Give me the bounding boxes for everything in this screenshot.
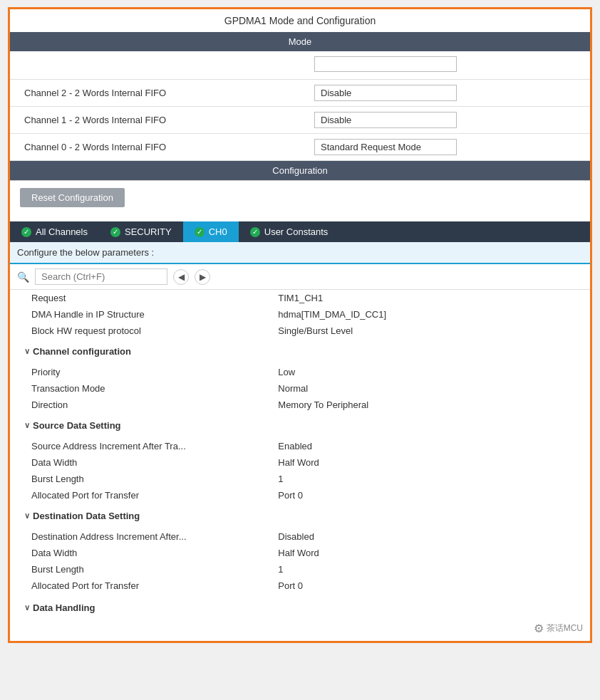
param-label-direction: Direction: [10, 397, 271, 413]
param-label-dest-alloc-port: Allocated Port for Transfer: [10, 578, 271, 594]
param-row-src-addr-incr: Source Address Increment After Tra... En…: [10, 438, 590, 454]
param-value-dma-handle: hdma[TIM_DMA_ID_CC1]: [271, 306, 590, 323]
search-icon: 🔍: [17, 271, 29, 283]
param-value-src-data-width: Half Word: [271, 454, 590, 471]
page-title: GPDMA1 Mode and Configuration: [10, 9, 590, 32]
group-header-source-data[interactable]: ∨ Source Data Setting: [10, 413, 590, 438]
tab-ch0[interactable]: ✓ CH0: [183, 221, 239, 242]
tab-check-security: ✓: [110, 227, 120, 237]
param-label-dma-handle: DMA Handle in IP Structure: [10, 306, 271, 323]
param-label-block-hw: Block HW request protocol: [10, 323, 271, 339]
param-label-src-burst-length: Burst Length: [10, 471, 271, 487]
tab-label-user-constants: User Constants: [264, 226, 329, 237]
param-row-dest-addr-incr: Destination Address Increment After... D…: [10, 528, 590, 545]
mode-label-ch0: Channel 0 - 2 Words Internal FIFO: [10, 134, 300, 161]
param-row-dest-alloc-port: Allocated Port for Transfer Port 0: [10, 578, 590, 594]
tab-label-security: SECURITY: [125, 226, 172, 237]
group-label-dest-data: Destination Data Setting: [33, 511, 140, 521]
group-row-source-data: ∨ Source Data Setting: [10, 413, 590, 438]
mode-value-ch0[interactable]: Standard Request Mode: [300, 134, 590, 161]
chevron-data-handling: ∨: [24, 603, 30, 612]
param-value-direction: Memory To Peripheral: [271, 397, 590, 413]
mode-label-ch2: Channel 2 - 2 Words Internal FIFO: [10, 80, 300, 107]
group-label-channel-config: Channel configuration: [33, 346, 131, 357]
mode-dropdown-ch1[interactable]: Disable: [314, 112, 457, 128]
mode-row-ch0: Channel 0 - 2 Words Internal FIFO Standa…: [10, 134, 590, 161]
param-row-transaction-mode: Transaction Mode Normal: [10, 380, 590, 397]
tab-all-channels[interactable]: ✓ All Channels: [10, 221, 99, 242]
next-arrow[interactable]: ▶: [195, 269, 210, 285]
param-label-src-data-width: Data Width: [10, 454, 271, 471]
mode-table: Channel 2 - 2 Words Internal FIFO Disabl…: [10, 51, 590, 161]
param-value-src-burst-length: 1: [271, 471, 590, 487]
tab-check-all-channels: ✓: [21, 227, 31, 237]
mode-label-ch1: Channel 1 - 2 Words Internal FIFO: [10, 107, 300, 134]
search-input[interactable]: [35, 268, 167, 285]
group-header-data-handling-wrapper: ∨ Data Handling: [10, 594, 590, 619]
mode-value-ch1[interactable]: Disable: [300, 107, 590, 134]
param-label-dest-data-width: Data Width: [10, 545, 271, 561]
param-row-request: Request TIM1_CH1: [10, 290, 590, 306]
search-bar: 🔍 ◀ ▶: [10, 264, 590, 290]
param-value-block-hw: Single/Burst Level: [271, 323, 590, 339]
group-header-channel-config[interactable]: ∨ Channel configuration: [10, 339, 590, 364]
mode-label-empty: [10, 51, 300, 80]
param-label-priority: Priority: [10, 364, 271, 380]
param-value-transaction-mode: Normal: [271, 380, 590, 397]
chevron-source-data: ∨: [24, 421, 30, 430]
param-value-dest-alloc-port: Port 0: [271, 578, 590, 594]
mode-section-header: Mode: [10, 32, 590, 51]
param-row-dest-data-width: Data Width Half Word: [10, 545, 590, 561]
param-row-block-hw: Block HW request protocol Single/Burst L…: [10, 323, 590, 339]
watermark-text: 茶话MCU: [547, 622, 583, 634]
param-label-transaction-mode: Transaction Mode: [10, 380, 271, 397]
param-row-src-burst-length: Burst Length 1: [10, 471, 590, 487]
main-container: GPDMA1 Mode and Configuration Mode Chann…: [8, 7, 592, 643]
group-row-channel-config: ∨ Channel configuration: [10, 339, 590, 364]
watermark-icon: ⚙: [534, 622, 544, 635]
group-label-data-handling: Data Handling: [33, 602, 95, 613]
param-value-request: TIM1_CH1: [271, 290, 590, 306]
param-row-src-alloc-port: Allocated Port for Transfer Port 0: [10, 487, 590, 503]
tab-check-user-constants: ✓: [250, 227, 260, 237]
param-label-src-addr-incr: Source Address Increment After Tra...: [10, 438, 271, 454]
param-value-src-addr-incr: Enabled: [271, 438, 590, 454]
param-row-priority: Priority Low: [10, 364, 590, 380]
param-value-dest-data-width: Half Word: [271, 545, 590, 561]
mode-value-empty: [300, 51, 590, 80]
param-label-dest-burst-length: Burst Length: [10, 561, 271, 578]
param-label-src-alloc-port: Allocated Port for Transfer: [10, 487, 271, 503]
param-label-dest-addr-incr: Destination Address Increment After...: [10, 528, 271, 545]
param-value-dest-burst-length: 1: [271, 561, 590, 578]
group-label-source-data: Source Data Setting: [33, 420, 121, 431]
group-header-data-handling[interactable]: ∨ Data Handling: [17, 598, 583, 617]
tabs-bar: ✓ All Channels ✓ SECURITY ✓ CH0 ✓ User C…: [10, 221, 590, 242]
param-value-src-alloc-port: Port 0: [271, 487, 590, 503]
tab-label-ch0: CH0: [209, 226, 227, 237]
param-value-priority: Low: [271, 364, 590, 380]
reset-config-button[interactable]: Reset Configuration: [20, 188, 125, 207]
param-row-dest-burst-length: Burst Length 1: [10, 561, 590, 578]
mode-row-ch1: Channel 1 - 2 Words Internal FIFO Disabl…: [10, 107, 590, 134]
configure-label: Configure the below parameters :: [10, 242, 590, 264]
chevron-channel-config: ∨: [24, 347, 30, 356]
config-section-header: Configuration: [10, 161, 590, 180]
param-row-src-data-width: Data Width Half Word: [10, 454, 590, 471]
mode-value-ch2[interactable]: Disable: [300, 80, 590, 107]
param-row-direction: Direction Memory To Peripheral: [10, 397, 590, 413]
mode-row-empty: [10, 51, 590, 80]
params-table: Request TIM1_CH1 DMA Handle in IP Struct…: [10, 290, 590, 594]
watermark: ⚙ 茶话MCU: [10, 619, 590, 641]
mode-dropdown-ch2[interactable]: Disable: [314, 85, 457, 101]
mode-dropdown-ch0[interactable]: Standard Request Mode: [314, 139, 457, 155]
mode-row-ch2: Channel 2 - 2 Words Internal FIFO Disabl…: [10, 80, 590, 107]
group-header-dest-data[interactable]: ∨ Destination Data Setting: [10, 503, 590, 528]
param-row-dma-handle: DMA Handle in IP Structure hdma[TIM_DMA_…: [10, 306, 590, 323]
tab-security[interactable]: ✓ SECURITY: [99, 221, 183, 242]
group-row-dest-data: ∨ Destination Data Setting: [10, 503, 590, 528]
tab-user-constants[interactable]: ✓ User Constants: [239, 221, 340, 242]
chevron-dest-data: ∨: [24, 511, 30, 521]
config-section: Reset Configuration: [10, 180, 590, 214]
prev-arrow[interactable]: ◀: [173, 269, 189, 285]
mode-dropdown-empty[interactable]: [314, 56, 457, 72]
